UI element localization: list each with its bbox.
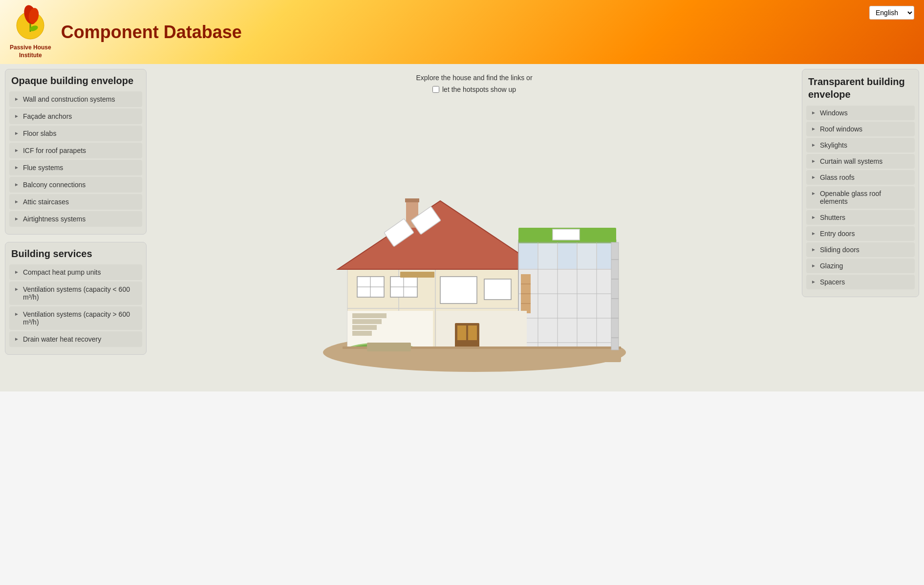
- arrow-icon: ►: [14, 182, 19, 187]
- arrow-icon: ►: [14, 165, 19, 170]
- arrow-icon: ►: [811, 142, 816, 148]
- arrow-icon: ►: [811, 231, 816, 236]
- logo-icon: [13, 5, 47, 44]
- transparent-envelope-title: Transparent building envelope: [806, 75, 915, 101]
- svg-rect-31: [578, 243, 596, 269]
- arrow-icon: ►: [811, 174, 816, 180]
- svg-rect-59: [611, 242, 619, 350]
- sidebar-item-label: Compact heat pump units: [23, 268, 101, 276]
- hotspot-label: let the hotspots show up: [442, 86, 516, 93]
- svg-rect-28: [519, 243, 537, 269]
- arrow-icon: ►: [811, 158, 816, 164]
- building-services-title: Building services: [9, 248, 142, 260]
- svg-rect-29: [538, 243, 557, 269]
- house-illustration: [308, 98, 641, 382]
- sidebar-item-label: Spacers: [820, 278, 845, 286]
- sidebar-item-label: Roof windows: [820, 125, 862, 133]
- svg-rect-51: [400, 272, 434, 278]
- opaque-envelope-title: Opaque building envelope: [9, 75, 142, 87]
- arrow-icon: ►: [811, 110, 816, 115]
- sidebar-item-shutters[interactable]: ► Shutters: [806, 210, 915, 225]
- left-sidebar: Opaque building envelope ► Wall and cons…: [5, 69, 147, 387]
- sidebar-item-glass-roofs[interactable]: ► Glass roofs: [806, 170, 915, 185]
- arrow-icon: ►: [14, 148, 19, 153]
- sidebar-item-glazing[interactable]: ► Glazing: [806, 259, 915, 273]
- sidebar-item-label: Drain water heat recovery: [23, 335, 101, 343]
- svg-rect-40: [484, 279, 511, 300]
- sidebar-item-curtain-wall[interactable]: ► Curtain wall systems: [806, 154, 915, 169]
- sidebar-item-airtight[interactable]: ► Airtightness systems: [9, 211, 142, 227]
- svg-rect-50: [352, 331, 372, 336]
- sidebar-item-label: Curtain wall systems: [820, 157, 882, 165]
- logo-text: Passive House Institute: [10, 44, 51, 59]
- page-header: Passive House Institute Component Databa…: [0, 0, 924, 64]
- svg-rect-47: [352, 313, 387, 318]
- page-title: Component Database: [61, 22, 914, 43]
- sidebar-item-balcony[interactable]: ► Balcony connections: [9, 177, 142, 193]
- sidebar-item-flue[interactable]: ► Flue systems: [9, 160, 142, 175]
- sidebar-item-spacers[interactable]: ► Spacers: [806, 275, 915, 289]
- sidebar-item-label: Façade anchors: [23, 112, 72, 120]
- arrow-icon: ►: [811, 279, 816, 284]
- sidebar-item-label: Shutters: [820, 214, 845, 221]
- arrow-icon: ►: [811, 215, 816, 220]
- sidebar-item-wall[interactable]: ► Wall and construction systems: [9, 91, 142, 107]
- sidebar-item-label: Flue systems: [23, 164, 63, 172]
- main-content: Opaque building envelope ► Wall and cons…: [0, 64, 924, 391]
- svg-rect-12: [405, 198, 419, 202]
- explore-instruction: Explore the house and find the links or: [416, 74, 532, 82]
- sidebar-item-label: Glass roofs: [820, 173, 855, 181]
- sidebar-item-roof-windows[interactable]: ► Roof windows: [806, 122, 915, 136]
- arrow-icon: ►: [14, 269, 19, 275]
- arrow-icon: ►: [14, 216, 19, 221]
- sidebar-item-label: Skylights: [820, 141, 847, 149]
- svg-rect-48: [352, 319, 382, 324]
- sidebar-item-sliding-doors[interactable]: ► Sliding doors: [806, 242, 915, 257]
- sidebar-item-label: Openable glass roof elements: [820, 190, 910, 205]
- arrow-icon: ►: [14, 311, 19, 317]
- hotspot-checkbox-input[interactable]: [432, 86, 439, 93]
- sidebar-item-label: Glazing: [820, 262, 843, 270]
- sidebar-item-vent-large[interactable]: ► Ventilation systems (capacity > 600 m³…: [9, 306, 142, 330]
- sidebar-item-floor[interactable]: ► Floor slabs: [9, 126, 142, 141]
- arrow-icon: ►: [14, 199, 19, 204]
- sidebar-item-facade[interactable]: ► Façade anchors: [9, 108, 142, 124]
- arrow-icon: ►: [811, 247, 816, 252]
- sidebar-item-vent-small[interactable]: ► Ventilation systems (capacity < 600 m³…: [9, 282, 142, 305]
- arrow-icon: ►: [14, 113, 19, 119]
- arrow-icon: ►: [811, 126, 816, 131]
- sidebar-item-label: Entry doors: [820, 230, 855, 238]
- sidebar-item-windows[interactable]: ► Windows: [806, 106, 915, 120]
- opaque-envelope-section: Opaque building envelope ► Wall and cons…: [5, 69, 147, 235]
- svg-rect-30: [558, 243, 577, 269]
- language-selector[interactable]: English Deutsch Français: [869, 6, 914, 20]
- svg-rect-53: [457, 325, 466, 340]
- arrow-icon: ►: [14, 336, 19, 342]
- sidebar-item-attic[interactable]: ► Attic staircases: [9, 194, 142, 210]
- arrow-icon: ►: [14, 130, 19, 136]
- sidebar-item-label: Balcony connections: [23, 181, 86, 189]
- svg-rect-39: [440, 277, 477, 303]
- sidebar-item-label: Windows: [820, 109, 848, 117]
- svg-rect-46: [436, 311, 527, 350]
- svg-rect-65: [367, 343, 411, 351]
- sidebar-item-openable-glass[interactable]: ► Openable glass roof elements: [806, 186, 915, 209]
- sidebar-item-label: Airtightness systems: [23, 215, 86, 223]
- sidebar-item-label: Ventilation systems (capacity > 600 m³/h…: [23, 310, 137, 326]
- arrow-icon: ►: [811, 191, 816, 196]
- sidebar-item-entry-doors[interactable]: ► Entry doors: [806, 226, 915, 241]
- sidebar-item-drain[interactable]: ► Drain water heat recovery: [9, 331, 142, 347]
- sidebar-item-skylights[interactable]: ► Skylights: [806, 138, 915, 152]
- svg-marker-10: [338, 201, 543, 269]
- transparent-envelope-section: Transparent building envelope ► Windows …: [802, 69, 919, 297]
- sidebar-item-label: Ventilation systems (capacity < 600 m³/h…: [23, 285, 137, 301]
- arrow-icon: ►: [811, 263, 816, 268]
- arrow-icon: ►: [14, 96, 19, 102]
- hotspot-toggle[interactable]: let the hotspots show up: [432, 86, 516, 93]
- right-sidebar: Transparent building envelope ► Windows …: [802, 69, 919, 387]
- center-area: Explore the house and find the links or …: [147, 69, 802, 387]
- sidebar-item-heat-pump[interactable]: ► Compact heat pump units: [9, 264, 142, 280]
- sidebar-item-icf[interactable]: ► ICF for roof parapets: [9, 143, 142, 158]
- house-svg: [308, 98, 641, 382]
- building-services-section: Building services ► Compact heat pump un…: [5, 242, 147, 355]
